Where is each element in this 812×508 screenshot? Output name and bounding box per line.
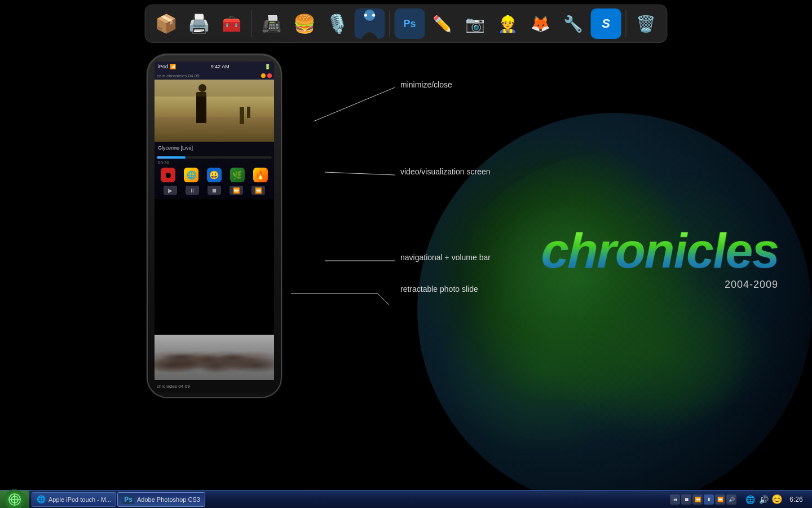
media-volume-button[interactable]: 🔊 <box>726 494 736 505</box>
network-tray-icon[interactable]: 🌐 <box>744 494 756 505</box>
start-button-logo <box>5 489 25 509</box>
leaf-icon[interactable]: 🌿 <box>230 168 245 182</box>
mic-icon[interactable]: 🎙️ <box>322 8 352 39</box>
playback-controls: ▶ ⏸ ⏹ ⏩ ⏪ <box>157 185 272 196</box>
figure-silhouette <box>196 92 206 123</box>
taskbar-item-ipod[interactable]: 🌐 Apple iPod touch - M... <box>32 492 116 507</box>
photo-label: chronicles 04-09 <box>157 384 190 389</box>
annotation-photo-slide: retractable photo slide <box>400 284 478 294</box>
progress-fill <box>157 156 186 159</box>
rewind-button[interactable]: ⏪ <box>251 186 265 195</box>
ipod-song-info: Glycerine [Live] <box>155 142 274 154</box>
svg-point-2 <box>372 14 375 17</box>
taskbar: 🌐 Apple iPod touch - M... Ps Adobe Photo… <box>0 490 812 508</box>
svg-point-1 <box>364 14 367 17</box>
pause-button[interactable]: ⏸ <box>186 186 199 195</box>
ipod-screen: iPod 📶 9:42 AM 🔋 com.chronicles.04.09 <box>155 62 274 352</box>
photoshop-dock-icon[interactable]: Ps <box>395 8 425 39</box>
sketch-icon[interactable]: ✏️ <box>427 8 458 39</box>
stop-button[interactable]: ⏹ <box>208 186 221 195</box>
app-icons-row: ⏺ 🌐 😀 🌿 🔥 <box>157 168 272 182</box>
minimize-button[interactable] <box>261 73 266 78</box>
annotation-video-screen: video/visualization screen <box>400 167 491 176</box>
printer-icon[interactable]: 🖨️ <box>184 8 214 39</box>
start-button[interactable] <box>0 491 29 509</box>
firefox-dock-icon[interactable]: 🦊 <box>526 8 556 39</box>
toolbox-icon[interactable]: 🧰 <box>217 8 247 39</box>
progress-bar[interactable] <box>157 156 272 159</box>
close-button[interactable] <box>267 73 272 78</box>
ipod-app-title: com.chronicles.04.09 <box>157 73 200 78</box>
ipod-status-bar: iPod 📶 9:42 AM 🔋 <box>155 62 274 72</box>
wrench-icon[interactable]: 🔧 <box>558 8 589 39</box>
figure-head <box>198 84 206 92</box>
ipod-video-screen <box>155 80 274 142</box>
volume-tray-icon[interactable]: 🔊 <box>758 494 769 505</box>
media-stop-button[interactable]: ⏹ <box>681 494 691 505</box>
taskbar-item-ps-label: Adobe Photoshop CS3 <box>137 496 200 503</box>
dock-separator-1 <box>251 10 252 37</box>
character-icon[interactable]: 👷 <box>493 8 523 39</box>
firefox2-icon[interactable]: 🔥 <box>253 168 268 182</box>
taskbar-media-controls: ⏮ ⏹ ⏪ ⏸ ⏩ 🔊 <box>667 494 740 505</box>
annotation-nav-volume: navigational + volume bar <box>400 253 491 262</box>
scanner-icon[interactable]: 📠 <box>257 8 287 39</box>
dock-separator-2 <box>390 10 390 37</box>
ipod-titlebar: com.chronicles.04.09 <box>155 72 274 80</box>
ipod-device-wrapper: iPod 📶 9:42 AM 🔋 com.chronicles.04.09 <box>147 54 282 398</box>
skype-icon[interactable]: S <box>591 8 621 39</box>
taskbar-item-photoshop[interactable]: Ps Adobe Photoshop CS3 <box>117 492 205 507</box>
taskbar-item-ps-icon: Ps <box>122 495 134 504</box>
camera-icon[interactable]: 📷 <box>460 8 491 39</box>
dock: 📦 🖨️ 🧰 📠 🍔 🎙️ Ps ✏️ 📷 👷 🦊 🔧 S 🗑️ <box>145 5 668 43</box>
window-controls <box>261 73 272 78</box>
record-icon[interactable]: ⏺ <box>161 168 175 182</box>
chronicles-title: chronicles <box>540 226 779 276</box>
photo-content <box>155 335 274 380</box>
media-forward-button[interactable]: ⏩ <box>715 494 725 505</box>
song-name: Glycerine [Live] <box>158 145 193 151</box>
ipod-device: iPod 📶 9:42 AM 🔋 com.chronicles.04.09 <box>147 54 282 398</box>
burger-icon[interactable]: 🍔 <box>289 8 320 39</box>
ipod-player: 00:30 ⏺ 🌐 😀 🌿 🔥 ▶ ⏸ ⏹ ⏩ ⏪ <box>155 154 274 199</box>
taskbar-item-ipod-label: Apple iPod touch - M... <box>48 496 111 503</box>
photo-label-bar: chronicles 04-09 <box>155 380 274 392</box>
ipod-battery: 🔋 <box>264 64 271 69</box>
photo-section: chronicles 04-09 <box>155 335 274 397</box>
ipod-carrier: iPod 📶 <box>158 64 176 69</box>
taskbar-item-ipod-icon: 🌐 <box>37 495 46 503</box>
media-play-pause-button[interactable]: ⏸ <box>704 494 714 505</box>
spy-icon[interactable] <box>355 8 385 39</box>
taskbar-items: 🌐 Apple iPod touch - M... Ps Adobe Photo… <box>32 492 349 507</box>
crowd-overlay <box>155 338 274 377</box>
playback-time: 00:30 <box>157 160 272 165</box>
tree-2 <box>247 107 250 118</box>
ipod-time: 9:42 AM <box>211 64 230 69</box>
tree-1 <box>240 107 244 124</box>
character2-icon[interactable]: 😀 <box>207 168 222 182</box>
media-rewind-button[interactable]: ⏪ <box>692 494 703 505</box>
ball-icon[interactable]: 🌐 <box>184 168 198 182</box>
smiley-tray-icon[interactable]: 😊 <box>771 494 783 505</box>
play-button[interactable]: ▶ <box>164 186 177 195</box>
annotation-minimize-close: minimize/close <box>400 80 452 89</box>
archive-icon[interactable]: 📦 <box>151 8 182 39</box>
system-tray: 🌐 🔊 😊 6:26 <box>740 494 812 505</box>
chronicles-year: 2004-2009 <box>725 279 778 291</box>
media-prev-button[interactable]: ⏮ <box>670 494 680 505</box>
trash-icon[interactable]: 🗑️ <box>631 8 661 39</box>
dock-separator-3 <box>626 10 626 37</box>
taskbar-time: 6:26 <box>785 496 807 503</box>
fast-forward-button[interactable]: ⏩ <box>230 186 243 195</box>
